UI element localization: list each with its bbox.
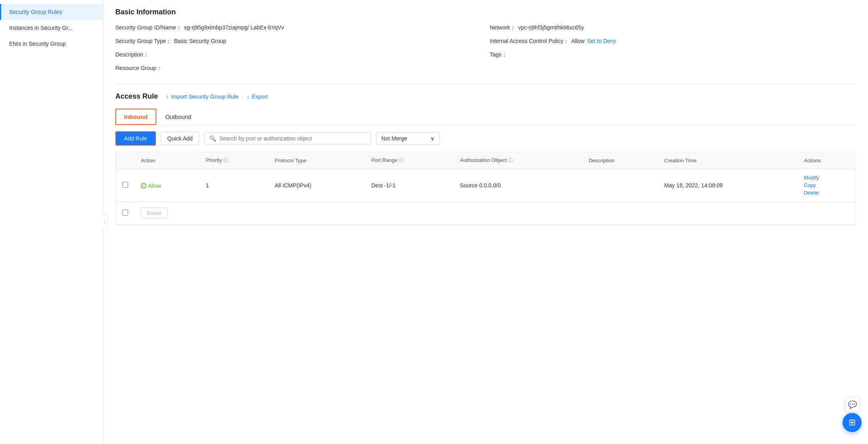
col-header-priority: Priorityⓘ	[200, 152, 269, 169]
description-label: Description：	[115, 51, 149, 58]
access-rule-header: Access Rule ↑ Import Security Group Rule…	[115, 92, 856, 101]
download-icon: ↓	[247, 93, 249, 100]
sg-type-label: Security Group Type：	[115, 38, 171, 45]
sidebar-collapse-handle[interactable]: ‹	[102, 214, 108, 230]
col-header-action: Action	[134, 152, 200, 169]
delete-button[interactable]: Delete	[141, 207, 168, 219]
fab-button[interactable]: ⊞	[843, 413, 862, 432]
chat-icon: 💬	[848, 400, 857, 409]
row-checkbox-cell	[116, 169, 134, 202]
tab-inbound[interactable]: Inbound	[115, 109, 156, 125]
tags-row: Tags：	[490, 51, 856, 58]
search-box: 🔍	[204, 132, 371, 144]
table-row: ✓ Allow1All ICMP(IPv4)Dest -1/-1Source 0…	[116, 169, 856, 202]
chat-float-button[interactable]: 💬	[845, 397, 860, 412]
description-row: Description：	[115, 51, 482, 58]
chevron-left-icon: ‹	[104, 220, 105, 224]
sg-type-value: Basic Security Group	[174, 38, 226, 44]
col-header-authorization_object: Authorization Objectⓘ	[453, 152, 582, 169]
chevron-down-icon: ∨	[430, 135, 434, 142]
sg-id-row: Security Group ID/Name： sg-rj95g9ximbp37…	[115, 24, 482, 31]
network-label: Network：	[490, 24, 516, 31]
row-port-cell: Dest -1/-1	[365, 169, 453, 202]
network-row: Network： vpc-rj9hf3j5gmtihk66xc65y	[490, 24, 856, 31]
search-icon: 🔍	[209, 135, 216, 142]
basic-info-title: Basic Information	[115, 8, 856, 16]
section-divider	[115, 84, 856, 84]
action-link-copy[interactable]: Copy	[804, 182, 849, 188]
main-content: Basic Information Security Group ID/Name…	[103, 0, 868, 444]
sg-type-row: Security Group Type： Basic Security Grou…	[115, 38, 482, 45]
tab-outbound[interactable]: Outbound	[156, 109, 200, 125]
info-icon-authorization_object: ⓘ	[508, 158, 513, 163]
col-header-actions: Actions	[798, 152, 856, 169]
row-priority-cell: 1	[200, 169, 269, 202]
sidebar-item-security-group-rules[interactable]: Security Group Rules	[0, 4, 103, 20]
info-icon-priority: ⓘ	[224, 158, 228, 163]
tags-label: Tags：	[490, 51, 507, 58]
import-label: Import Security Group Rule	[171, 93, 239, 100]
sidebar-item-enis[interactable]: ENIs in Security Group	[0, 36, 103, 52]
row-protocol-cell: All ICMP(IPv4)	[269, 169, 365, 202]
row-auth-cell: Source 0.0.0.0/0	[453, 169, 582, 202]
rule-toolbar: Add Rule Quick Add 🔍 Not Merge ∨	[115, 131, 856, 146]
import-link[interactable]: ↑ Import Security Group Rule	[166, 93, 239, 100]
col-header-creation_time: Creation Time	[658, 152, 798, 169]
info-icon-port_range: ⓘ	[399, 158, 404, 163]
merge-select[interactable]: Not Merge ∨	[376, 132, 440, 145]
sg-id-label: Security Group ID/Name：	[115, 24, 182, 31]
row-action-cell: ✓ Allow	[134, 169, 200, 202]
set-to-deny-link[interactable]: Set to Deny	[587, 38, 616, 44]
sidebar: Security Group RulesInstances in Securit…	[0, 0, 103, 444]
row-checkbox-0[interactable]	[122, 182, 128, 188]
export-link[interactable]: ↓ Export	[247, 93, 268, 100]
internal-access-value: Allow	[571, 38, 584, 44]
rules-table: ActionPriorityⓘProtocol TypePort RangeⓘA…	[116, 152, 856, 225]
upload-icon: ↑	[166, 93, 169, 100]
allow-dot: ✓	[141, 183, 146, 189]
col-header-port_range: Port Rangeⓘ	[365, 152, 453, 169]
table-header: ActionPriorityⓘProtocol TypePort RangeⓘA…	[116, 152, 856, 169]
network-value: vpc-rj9hf3j5gmtihk66xc65y	[518, 24, 584, 31]
fab-icon: ⊞	[849, 417, 856, 428]
merge-label: Not Merge	[381, 135, 407, 142]
row-creation-time-cell: May 18, 2022, 14:08:09	[658, 169, 798, 202]
col-header-checkbox	[116, 152, 134, 169]
rule-tabs: InboundOutbound	[115, 109, 856, 125]
access-rule-title: Access Rule	[115, 92, 158, 101]
resource-group-label: Resource Group：	[115, 65, 162, 72]
sg-id-value: sg-rj95g9ximbp37ziajmpg/ LabEx-bYqVv	[184, 24, 284, 31]
bottom-action-row: Delete	[116, 202, 856, 225]
action-allow-icon: ✓ Allow	[141, 183, 161, 189]
bottom-checkbox[interactable]	[122, 210, 128, 216]
internal-access-row: Internal Access Control Policy： Allow Se…	[490, 38, 856, 45]
row-description-cell	[582, 169, 658, 202]
resource-group-row: Resource Group：	[115, 65, 482, 72]
col-header-protocol_type: Protocol Type	[269, 152, 365, 169]
search-input[interactable]	[219, 135, 366, 142]
export-label: Export	[252, 93, 268, 100]
bottom-delete-btn-cell: Delete	[134, 202, 856, 225]
internal-access-label: Internal Access Control Policy：	[490, 38, 569, 45]
action-link-modify[interactable]: Modify	[804, 175, 849, 181]
bottom-checkbox-cell	[116, 202, 134, 225]
sidebar-item-instances[interactable]: Instances in Security Gr...	[0, 20, 103, 36]
action-link-delete[interactable]: Delete	[804, 190, 849, 196]
col-header-description: Description	[582, 152, 658, 169]
row-actions-cell: ModifyCopyDelete	[798, 169, 856, 202]
basic-info-grid: Security Group ID/Name： sg-rj95g9ximbp37…	[115, 24, 856, 72]
quick-add-button[interactable]: Quick Add	[161, 132, 200, 145]
add-rule-button[interactable]: Add Rule	[115, 131, 156, 146]
rules-table-container: ActionPriorityⓘProtocol TypePort RangeⓘA…	[115, 152, 856, 225]
